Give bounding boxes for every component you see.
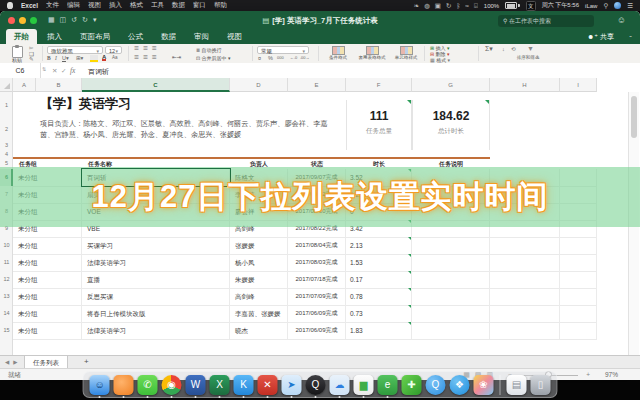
sync-icon[interactable]: ↻ [446, 2, 451, 10]
assistant-icon[interactable]: ◍ [424, 2, 430, 10]
confirm-entry-icon[interactable]: ✓ [61, 67, 66, 75]
row-number-11[interactable]: 11 [0, 254, 13, 271]
cell-empty[interactable] [490, 169, 560, 186]
row-number-2[interactable]: 2 [0, 118, 13, 140]
cell-hours[interactable]: 3.52 [346, 169, 412, 186]
apple-menu-icon[interactable] [7, 2, 13, 9]
font-name-select[interactable]: 微软雅黑▾ [47, 46, 103, 54]
cell-empty[interactable] [490, 254, 560, 271]
dock-wechat-icon[interactable]: ✆ [138, 375, 158, 395]
row-number-8[interactable]: 8 [0, 203, 13, 220]
row-number-15[interactable]: 15 [0, 322, 13, 339]
table-row[interactable]: 未分组将春日上传模块改版李嘉茵、张媛媛2017/06/09完成0.73 [13, 305, 597, 323]
row-number-10[interactable]: 10 [0, 237, 13, 254]
column-header-I[interactable]: I [560, 78, 597, 92]
cell-status[interactable]: 2017/09/02完成 [288, 186, 346, 203]
cell-owner[interactable]: 李嘉茵、张媛媛 [230, 305, 288, 322]
cell-empty[interactable] [490, 271, 560, 288]
cell-hours[interactable]: 3.42 [346, 220, 412, 237]
cell-task[interactable]: 将春日上传模块改版 [82, 305, 230, 322]
cell-task[interactable]: 扇贝 [82, 186, 230, 203]
sheet-grid[interactable]: ABCDEFGHI 123456789101112131415 【学】英语学习 … [0, 78, 640, 355]
dock-finder-icon[interactable]: ☺ [90, 375, 110, 395]
table-row[interactable]: 未分组VOE廖会祥2017/08/30完成0 [13, 203, 597, 221]
italic-button[interactable]: I [55, 55, 57, 61]
clear-icon[interactable]: ⟲ [511, 46, 516, 52]
font-size-select[interactable]: 12▾ [105, 46, 122, 54]
wifi-icon[interactable]: ≈ [465, 2, 469, 10]
menu-app-name[interactable]: Excel [21, 2, 38, 9]
cell-owner[interactable]: 高剑峰 [230, 220, 288, 237]
column-header-G[interactable]: G [412, 78, 490, 92]
row-number-14[interactable]: 14 [0, 305, 13, 322]
search-input[interactable]: ⚲ 在工作表中搜索 [498, 15, 594, 27]
cell-task[interactable]: 法律英语学习 [82, 254, 230, 271]
borders-button[interactable]: ⊞▾ [76, 55, 83, 61]
indent-buttons[interactable]: ⇤⇥ [172, 54, 181, 60]
cell-group[interactable]: 未分组 [13, 288, 82, 305]
font-color-button[interactable]: A [102, 54, 106, 60]
bluetooth-icon[interactable]: ᛒ [456, 2, 460, 10]
cell-hours[interactable]: 1.83 [346, 322, 412, 339]
currency-format-icon[interactable]: ¤ [258, 55, 261, 61]
vertical-align-buttons[interactable]: ☰☰☰ [134, 45, 161, 51]
number-format-select[interactable]: 常规▾ [257, 46, 309, 54]
dock-word-icon[interactable]: W [186, 375, 206, 395]
ribbon-tab-插入[interactable]: 插入 [39, 29, 70, 44]
cell-hours[interactable]: 1.25 [346, 186, 412, 203]
display-icon[interactable]: ⌹ [474, 2, 478, 10]
cell-desc[interactable] [412, 203, 490, 220]
cell-empty[interactable] [560, 220, 597, 237]
table-row[interactable]: 未分组法律英语学习杨小凤2017/08/03完成1.53 [13, 254, 597, 272]
menu-编辑[interactable]: 编辑 [67, 1, 80, 10]
cell-empty[interactable] [560, 169, 597, 186]
dock-photos-icon[interactable]: ❀ [474, 375, 494, 395]
cell-empty[interactable] [560, 254, 597, 271]
menu-帮助[interactable]: 帮助 [214, 1, 227, 10]
ribbon-tab-数据[interactable]: 数据 [153, 29, 184, 44]
ribbon-tab-开始[interactable]: 开始 [6, 29, 37, 44]
cell-desc[interactable] [412, 220, 490, 237]
dock-trash-icon[interactable]: ▯ [531, 375, 551, 395]
menu-数据[interactable]: 数据 [172, 1, 185, 10]
name-box[interactable]: C6 [0, 63, 41, 78]
zoom-in-button[interactable]: + [586, 371, 590, 378]
cleaner-icon[interactable]: ❧ [414, 2, 419, 10]
phonetic-button[interactable]: Aa [112, 55, 118, 60]
cell-desc[interactable] [412, 271, 490, 288]
wrap-text-button[interactable]: ≣ 自动换行 [196, 47, 222, 53]
sort-filter-button[interactable]: 排序和筛选 [508, 55, 548, 60]
table-row[interactable]: 未分组VBE高剑峰2017/08/22完成3.42 [13, 220, 597, 238]
table-row[interactable]: 未分组法律英语学习晓杰2017/06/09完成1.83 [13, 322, 597, 340]
column-header-C[interactable]: C [82, 78, 230, 92]
column-header-B[interactable]: B [36, 78, 82, 92]
cell-desc[interactable] [412, 322, 490, 339]
dock-safari-icon[interactable]: ❖ [450, 375, 470, 395]
input-method-icon[interactable]: 文 [526, 1, 536, 11]
column-header-A[interactable]: A [13, 78, 36, 92]
dock-excel-icon[interactable]: X [210, 375, 230, 395]
cell-desc[interactable] [412, 237, 490, 254]
dock-quicktime-icon[interactable]: Q [426, 375, 446, 395]
ribbon-tab-视图[interactable]: 视图 [219, 29, 250, 44]
cell-task[interactable]: VOE [82, 203, 230, 220]
merge-center-button[interactable]: ⊡ 合并后居中 ▾ [196, 55, 231, 61]
cell-status[interactable]: 2017/07/18完成 [288, 271, 346, 288]
column-header-H[interactable]: H [490, 78, 560, 92]
cell-task[interactable]: 法律英语学习 [82, 322, 230, 339]
screenshot-icon[interactable]: ▣ [435, 2, 441, 10]
cell-group[interactable]: 未分组 [13, 186, 82, 203]
cell-empty[interactable] [490, 305, 560, 322]
row-number-7[interactable]: 7 [0, 186, 13, 203]
cell-styles-button[interactable]: 单元格样式 [386, 55, 426, 60]
row-number-3[interactable]: 3 [0, 140, 13, 150]
horizontal-align-buttons[interactable]: ☰☰☰ [134, 54, 161, 60]
dock-thunder-icon[interactable]: ➤ [282, 375, 302, 395]
menu-插入[interactable]: 插入 [109, 1, 122, 10]
cell-desc[interactable] [412, 254, 490, 271]
cell-hours[interactable]: 0.73 [346, 305, 412, 322]
table-row[interactable]: 未分组扇贝李嘉茵2017/09/02完成1.25 [13, 186, 597, 204]
cell-status[interactable]: 2017/08/03完成 [288, 254, 346, 271]
insert-function-icon[interactable]: fx [70, 66, 75, 75]
vertical-scrollbar-thumb[interactable] [631, 96, 637, 138]
